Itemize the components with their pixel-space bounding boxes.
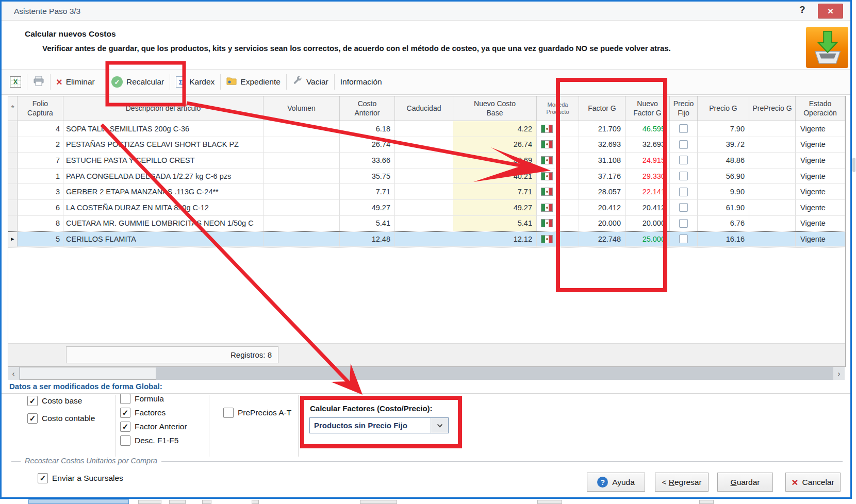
help-circle-icon: ? bbox=[597, 477, 608, 488]
print-button[interactable] bbox=[33, 76, 44, 88]
toolbar-separator bbox=[334, 74, 335, 90]
cell-estado: Vigente bbox=[796, 200, 845, 216]
cell-estado: Vigente bbox=[796, 121, 845, 137]
column-header-moneda[interactable]: Moneda Producto bbox=[537, 96, 579, 121]
column-header-caducidad[interactable]: Caducidad bbox=[395, 96, 453, 121]
grid-body: 4SOPA TALIA SEMILLITAS 200g C-366.184.22… bbox=[8, 121, 845, 247]
cell-nuevo-factor-g: 20.000 bbox=[625, 216, 670, 232]
cell-nuevo-factor-g: 32.693 bbox=[625, 137, 670, 153]
cancelar-button[interactable]: × Cancelar bbox=[785, 473, 841, 492]
precio-fijo-checkbox[interactable] bbox=[670, 216, 698, 232]
background-window-cell bbox=[138, 500, 161, 504]
row-selector bbox=[8, 216, 18, 232]
calcular-factores-dropdown[interactable]: Productos sin Precio Fijo bbox=[309, 417, 449, 433]
checkbox-desc-f1-f5[interactable]: Desc. F1-F5 bbox=[120, 435, 178, 446]
table-row[interactable]: 2PESTAÑAS POSTIZAS CELAVI SHORT BLACK PZ… bbox=[8, 137, 845, 153]
cell-descripcion: PAPA CONGELADA DELGADA 1/2.27 kg C-6 pzs bbox=[63, 169, 264, 184]
precio-fijo-checkbox[interactable] bbox=[670, 153, 698, 169]
column-header-precio-g[interactable]: Precio G bbox=[698, 96, 749, 121]
precio-fijo-checkbox[interactable] bbox=[670, 200, 698, 216]
checkbox-costo-base[interactable]: Costo base bbox=[27, 396, 82, 406]
export-excel-button[interactable]: X bbox=[10, 76, 21, 88]
table-row[interactable]: 4SOPA TALIA SEMILLITAS 200g C-366.184.22… bbox=[8, 121, 845, 137]
recalcular-button[interactable]: ✓ Recalcular bbox=[111, 76, 164, 88]
dropdown-arrow-button[interactable] bbox=[431, 418, 448, 433]
scroll-left-icon: ‹ bbox=[12, 369, 15, 378]
panel-divider bbox=[298, 395, 299, 457]
scroll-left-button[interactable]: ‹ bbox=[8, 367, 19, 380]
mexico-flag-icon bbox=[537, 184, 579, 200]
eliminar-button[interactable]: × Eliminar bbox=[56, 77, 106, 87]
checkbox-preprecios-a-t[interactable]: PrePrecios A-T bbox=[223, 408, 291, 418]
cell-nuevo-factor-g: 25.000 bbox=[625, 232, 670, 247]
checkbox-label: Factores bbox=[135, 408, 166, 417]
table-row[interactable]: 6LA COSTEÑA DURAZ EN MITA 820g C-1249.27… bbox=[8, 200, 845, 216]
precio-fijo-checkbox[interactable] bbox=[670, 232, 698, 247]
horizontal-scrollbar[interactable]: ‹ › bbox=[8, 367, 845, 380]
checkbox-costo-contable[interactable]: Costo contable bbox=[27, 413, 95, 424]
column-header-sel[interactable]: * bbox=[8, 96, 18, 121]
table-row[interactable]: 7ESTUCHE PASTA Y CEPILLO CREST33.6636.69… bbox=[8, 153, 845, 169]
cell-descripcion: LA COSTEÑA DURAZ EN MITA 820g C-12 bbox=[63, 200, 264, 216]
cell-nuevo-costo-base: 26.74 bbox=[453, 137, 537, 153]
cell-volumen bbox=[264, 121, 340, 137]
table-row[interactable]: 3GERBER 2 ETAPA MANZANAS .113G C-24**7.7… bbox=[8, 184, 845, 200]
precio-fijo-checkbox[interactable] bbox=[670, 137, 698, 153]
checkbox-label: PrePrecios A-T bbox=[238, 408, 291, 417]
checkbox-label: Formula bbox=[135, 394, 164, 404]
cell-preprecio-g bbox=[749, 200, 796, 216]
cell-factor-g: 20.412 bbox=[579, 200, 625, 216]
column-header-costo-anterior[interactable]: Costo Anterior bbox=[340, 96, 395, 121]
cell-precio-g: 56.90 bbox=[698, 169, 749, 184]
scroll-right-button[interactable]: › bbox=[833, 367, 845, 380]
cell-precio-g: 48.86 bbox=[698, 153, 749, 169]
column-header-volumen[interactable]: Volumen bbox=[264, 96, 340, 121]
table-row[interactable]: 8CUETARA MR. GUMMIE LOMBRICITAS NEON 1/5… bbox=[8, 216, 845, 232]
cell-caducidad bbox=[395, 169, 453, 184]
cell-caducidad bbox=[395, 137, 453, 153]
checkbox-factores[interactable]: Factores bbox=[120, 408, 166, 418]
checkbox-enviar-a-sucursales[interactable]: Enviar a Sucursales bbox=[38, 473, 123, 483]
table-row-selected[interactable]: ►5CERILLOS FLAMITA12.4812.1222.74825.000… bbox=[8, 231, 845, 247]
ayuda-button[interactable]: ? Ayuda bbox=[587, 473, 645, 492]
column-header-folio[interactable]: Folio Captura bbox=[18, 96, 63, 121]
cell-nuevo-costo-base: 40.21 bbox=[453, 169, 537, 184]
folder-icon bbox=[226, 76, 237, 88]
vaciar-button[interactable]: Vaciar bbox=[292, 76, 328, 88]
close-button[interactable]: × bbox=[818, 4, 843, 19]
help-icon[interactable]: ? bbox=[799, 4, 805, 15]
column-header-factor-g[interactable]: Factor G bbox=[579, 96, 625, 121]
cell-precio-g: 61.90 bbox=[698, 200, 749, 216]
checkbox-box bbox=[27, 396, 38, 406]
cell-precio-g: 7.90 bbox=[698, 121, 749, 137]
cell-costo-anterior: 26.74 bbox=[340, 137, 395, 153]
column-header-precio-fijo[interactable]: Precio Fijo bbox=[670, 96, 698, 121]
table-row[interactable]: 1PAPA CONGELADA DELGADA 1/2.27 kg C-6 pz… bbox=[8, 169, 845, 184]
regresar-button[interactable]: < Regresar bbox=[655, 473, 709, 492]
column-header-estado[interactable]: Estado Operación bbox=[796, 96, 845, 121]
precio-fijo-checkbox[interactable] bbox=[670, 121, 698, 137]
cell-nuevo-factor-g: 22.141 bbox=[625, 184, 670, 200]
checkbox-factor-anterior[interactable]: Factor Anterior bbox=[120, 422, 187, 432]
cell-estado: Vigente bbox=[796, 137, 845, 153]
cell-costo-anterior: 6.18 bbox=[340, 121, 395, 137]
precio-fijo-checkbox[interactable] bbox=[670, 184, 698, 200]
cell-preprecio-g bbox=[749, 121, 796, 137]
cell-caducidad bbox=[395, 232, 453, 247]
guardar-button[interactable]: Guardar bbox=[717, 473, 773, 492]
cell-costo-anterior: 33.66 bbox=[340, 153, 395, 169]
cell-nuevo-costo-base: 7.71 bbox=[453, 184, 537, 200]
column-header-descripcion[interactable]: Descripción del artículo bbox=[63, 96, 264, 121]
precio-fijo-checkbox[interactable] bbox=[670, 169, 698, 184]
kardex-button[interactable]: Σ Kardex bbox=[176, 76, 215, 88]
column-header-nuevo-factor-g[interactable]: Nuevo Factor G bbox=[625, 96, 670, 121]
cell-descripcion: ESTUCHE PASTA Y CEPILLO CREST bbox=[63, 153, 264, 169]
checkbox-formula[interactable]: Formula bbox=[120, 394, 164, 404]
toolbar: X × Eliminar ✓ Recalcular Σ Kardex Exped… bbox=[2, 69, 850, 95]
informacion-button[interactable]: Información bbox=[340, 77, 382, 87]
column-header-nuevo-costo-base[interactable]: Nuevo Costo Base bbox=[453, 96, 537, 121]
expediente-button[interactable]: Expediente bbox=[226, 76, 281, 88]
sigma-document-icon: Σ bbox=[176, 76, 186, 88]
column-header-preprecio-g[interactable]: PrePrecio G bbox=[749, 96, 796, 121]
scrollbar-thumb[interactable] bbox=[20, 367, 156, 380]
